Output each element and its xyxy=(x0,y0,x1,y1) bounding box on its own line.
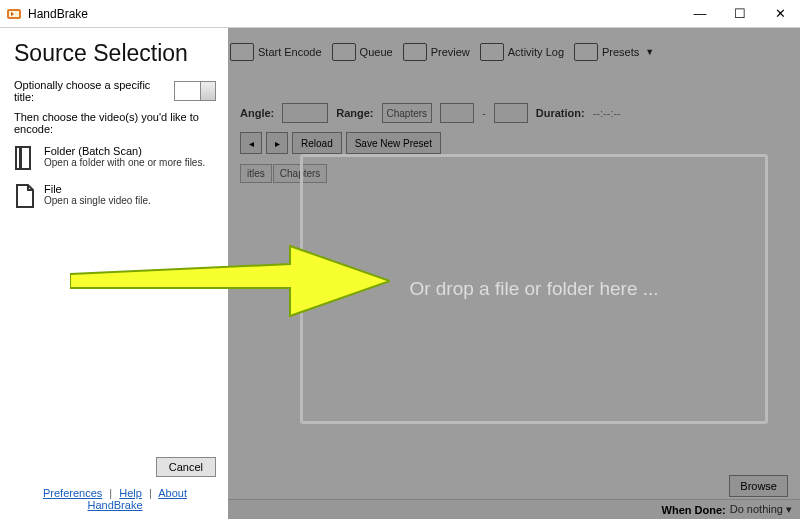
close-button[interactable]: ✕ xyxy=(760,0,800,28)
panel-heading: Source Selection xyxy=(14,40,216,67)
help-link[interactable]: Help xyxy=(119,487,142,499)
file-icon xyxy=(14,183,36,209)
drop-zone-text: Or drop a file or folder here ... xyxy=(409,278,658,300)
link-separator: | xyxy=(149,487,152,499)
file-title: File xyxy=(44,183,151,195)
preferences-link[interactable]: Preferences xyxy=(43,487,102,499)
maximize-button[interactable]: ☐ xyxy=(720,0,760,28)
specific-title-spinner[interactable] xyxy=(174,81,216,101)
specific-title-label: Optionally choose a specific title: xyxy=(14,79,168,103)
app-logo-icon xyxy=(6,6,22,22)
source-option-folder[interactable]: Folder (Batch Scan) Open a folder with o… xyxy=(14,145,216,171)
source-selection-panel: Source Selection Optionally choose a spe… xyxy=(0,28,228,519)
app-title: HandBrake xyxy=(28,7,680,21)
source-option-file[interactable]: File Open a single video file. xyxy=(14,183,216,209)
titlebar: HandBrake — ☐ ✕ xyxy=(0,0,800,28)
drop-zone[interactable]: Or drop a file or folder here ... xyxy=(300,154,768,424)
folder-icon xyxy=(14,145,36,171)
svg-rect-2 xyxy=(16,147,30,169)
footer-links: Preferences | Help | About HandBrake xyxy=(14,487,216,511)
then-label: Then choose the video(s) you'd like to e… xyxy=(14,111,216,135)
cancel-button[interactable]: Cancel xyxy=(156,457,216,477)
link-separator: | xyxy=(109,487,112,499)
folder-subtitle: Open a folder with one or more files. xyxy=(44,157,205,168)
file-subtitle: Open a single video file. xyxy=(44,195,151,206)
svg-rect-3 xyxy=(19,147,22,169)
minimize-button[interactable]: — xyxy=(680,0,720,28)
folder-title: Folder (Batch Scan) xyxy=(44,145,205,157)
